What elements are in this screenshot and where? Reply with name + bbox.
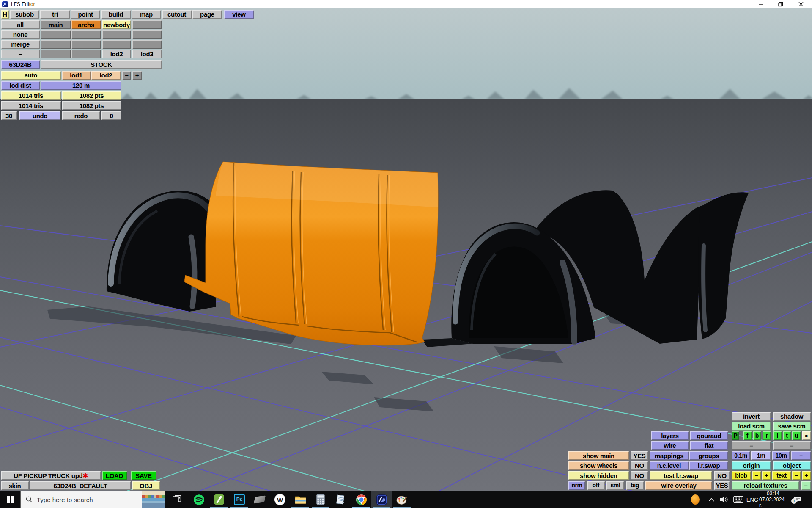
empty-cell[interactable] <box>41 40 71 49</box>
model-name-button[interactable]: STOCK <box>41 60 162 69</box>
lrswap-button[interactable]: l.r.swap <box>689 461 728 470</box>
tray-touch-keyboard-button[interactable] <box>731 491 746 508</box>
empty-cell[interactable] <box>71 40 101 49</box>
wire-button[interactable]: wire <box>651 441 689 450</box>
empty-cell[interactable] <box>132 20 162 29</box>
tab-cutout[interactable]: cutout <box>162 10 192 19</box>
show-wheels-label[interactable]: show wheels <box>568 461 629 470</box>
lod3-button[interactable]: lod3 <box>132 50 162 58</box>
tray-app-button[interactable] <box>689 491 702 508</box>
redo-button[interactable]: redo <box>62 111 100 120</box>
wire-overlay-label[interactable]: wire overlay <box>645 481 712 490</box>
taskbar-photoshop-button[interactable]: Ps <box>229 491 250 508</box>
text-minus-button[interactable]: – <box>792 471 801 480</box>
channel-l-button[interactable]: l <box>773 431 782 440</box>
dash-button[interactable]: – <box>773 441 811 450</box>
grid-dash-button[interactable]: – <box>791 451 811 460</box>
show-main-label[interactable]: show main <box>568 451 629 460</box>
tab-subob[interactable]: subob <box>10 10 39 19</box>
empty-cell[interactable] <box>102 30 131 39</box>
task-view-button[interactable] <box>167 491 187 508</box>
test-lrswap-toggle[interactable]: NO <box>714 471 730 480</box>
show-desktop-button[interactable] <box>809 491 812 508</box>
obj-button[interactable]: OBJ <box>132 481 160 490</box>
taskbar-chrome-button[interactable] <box>351 491 371 508</box>
dash-button[interactable]: – <box>1 50 40 58</box>
textures-dash-button[interactable]: – <box>801 481 811 490</box>
empty-cell[interactable] <box>41 50 71 58</box>
grid-10m-button[interactable]: 10m <box>772 451 790 460</box>
channel-t-button[interactable]: t <box>783 431 791 440</box>
group-newbody-button[interactable]: newbody <box>102 20 131 29</box>
nrm-button[interactable]: nrm <box>568 481 585 490</box>
tab-h[interactable]: H <box>1 10 9 19</box>
close-button[interactable] <box>792 0 810 8</box>
tab-point[interactable]: point <box>71 10 100 19</box>
channel-p-button[interactable]: P <box>732 431 739 440</box>
taskbar-paint-button[interactable] <box>392 491 412 508</box>
lod-dist-value[interactable]: 120 m <box>41 81 121 90</box>
blob-plus-button[interactable]: + <box>762 471 771 480</box>
dash-button[interactable]: – <box>732 441 771 450</box>
grid-1m-button[interactable]: 1m <box>751 451 771 460</box>
empty-cell[interactable] <box>132 30 162 39</box>
origin-button[interactable]: origin <box>732 461 771 470</box>
restore-button[interactable] <box>771 0 790 8</box>
taskbar-draw-app-button[interactable] <box>209 491 229 508</box>
taskbar-explorer-button[interactable] <box>290 491 310 508</box>
viewport-3d[interactable] <box>0 8 812 491</box>
show-hidden-label[interactable]: show hidden <box>568 471 629 480</box>
merge-button[interactable]: merge <box>1 40 40 49</box>
empty-cell[interactable] <box>102 40 131 49</box>
select-none-button[interactable]: none <box>1 30 40 39</box>
flat-button[interactable]: flat <box>690 441 728 450</box>
save-scm-button[interactable]: save scm <box>773 422 811 431</box>
taskbar-lfs-editor-button-active[interactable] <box>371 491 392 508</box>
empty-cell[interactable] <box>41 30 71 39</box>
lod-auto-button[interactable]: auto <box>1 71 61 80</box>
taskbar-gray-app-button[interactable] <box>250 491 270 508</box>
taskbar-notepad-button[interactable] <box>331 491 351 508</box>
grid-01m-button[interactable]: 0.1m <box>732 451 750 460</box>
skin-label[interactable]: skin <box>1 481 29 490</box>
filename-button[interactable]: UF PICKUP TRUCK upd✱ <box>1 471 101 480</box>
invert-button[interactable]: invert <box>732 412 771 421</box>
tab-page[interactable]: page <box>192 10 222 19</box>
tab-tri[interactable]: tri <box>40 10 70 19</box>
skin-name-button[interactable]: 63D24B_DEFAULT <box>30 481 131 490</box>
object-button[interactable]: object <box>773 461 811 470</box>
channel-r-button[interactable]: r <box>763 431 771 440</box>
save-button[interactable]: SAVE <box>131 471 156 480</box>
channel-dot-button[interactable]: ● <box>802 431 811 440</box>
tab-view-active[interactable]: view <box>224 10 254 19</box>
mappings-button[interactable]: mappings <box>650 451 689 460</box>
taskbar-w-app-button[interactable]: W <box>270 491 290 508</box>
taskbar-calculator-button[interactable] <box>310 491 331 508</box>
group-archs-button[interactable]: archs <box>71 20 101 29</box>
text-button[interactable]: text <box>772 471 791 480</box>
tray-notifications-button[interactable]: 1 <box>789 491 806 508</box>
model-id-button[interactable]: 63D24B <box>1 60 40 69</box>
taskbar-spotify-button[interactable] <box>189 491 209 508</box>
load-scm-button[interactable]: load scm <box>732 422 771 431</box>
load-button[interactable]: LOAD <box>102 471 127 480</box>
layers-button[interactable]: layers <box>651 431 689 440</box>
empty-cell[interactable] <box>132 40 162 49</box>
shadow-button[interactable]: shadow <box>773 412 811 421</box>
lod-plus-button[interactable]: + <box>132 71 142 80</box>
lod1-button[interactable]: lod1 <box>62 71 91 80</box>
lod2-select-button[interactable]: lod2 <box>91 71 121 80</box>
lod-minus-button[interactable]: – <box>122 71 131 80</box>
tab-map[interactable]: map <box>132 10 161 19</box>
tray-hidden-icons-button[interactable] <box>705 491 717 508</box>
search-input[interactable]: Type here to search <box>20 491 165 508</box>
empty-cell[interactable] <box>71 30 101 39</box>
gouraud-button[interactable]: gouraud <box>690 431 728 440</box>
wire-overlay-toggle[interactable]: YES <box>714 481 730 490</box>
reload-textures-button[interactable]: reload textures <box>732 481 799 490</box>
nclevel-button[interactable]: n.c.level <box>650 461 689 470</box>
nrm-off-button[interactable]: off <box>587 481 605 490</box>
start-button[interactable] <box>0 491 20 508</box>
select-all-button[interactable]: all <box>1 20 40 29</box>
blob-button[interactable]: blob <box>732 471 751 480</box>
